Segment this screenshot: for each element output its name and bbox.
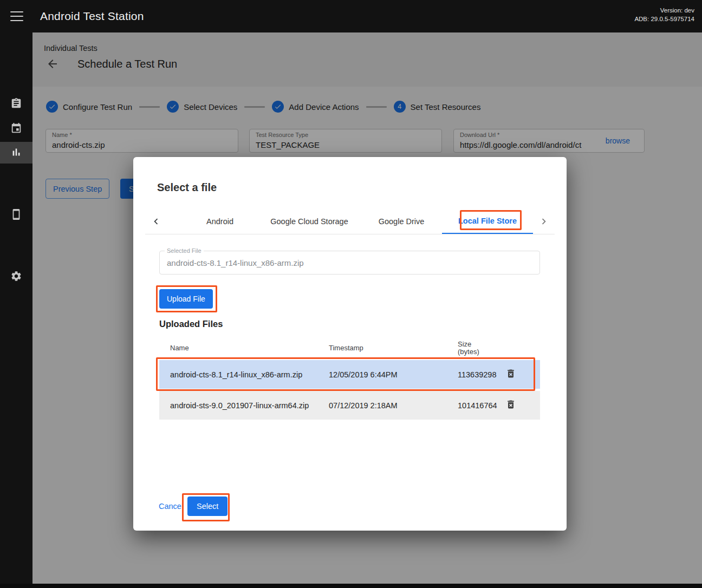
gear-icon [10, 270, 22, 284]
tab-local-file-store[interactable]: Local File Store [442, 208, 533, 234]
tab-google-drive[interactable]: Google Drive [361, 208, 442, 234]
bottom-strip [0, 584, 702, 588]
tabs-scroll-right-icon[interactable] [533, 208, 555, 234]
trash-icon [505, 373, 516, 381]
adb-line: ADB: 29.0.5-5975714 [634, 15, 694, 23]
screen: Android Test Station Version: dev ADB: 2… [0, 0, 702, 588]
smartphone-icon [10, 208, 22, 222]
dialog-title: Select a file [157, 181, 217, 194]
uploaded-files-table: Name Timestamp Size (bytes) android-cts-… [159, 336, 540, 420]
version-line: Version: dev [634, 6, 694, 15]
column-header-size: Size (bytes) [458, 341, 504, 356]
bar-chart-icon [10, 146, 22, 160]
sidebar-item-settings[interactable] [0, 266, 32, 288]
selected-file-label: Selected File [165, 247, 204, 254]
timestamp-cell: 07/12/2019 2:18AM [329, 401, 458, 410]
table-row[interactable]: android-sts-9.0_201907-linux-arm64.zip 0… [159, 391, 540, 420]
select-button[interactable]: Select [187, 496, 227, 516]
app-title: Android Test Station [40, 10, 144, 23]
topbar: Android Test Station Version: dev ADB: 2… [0, 0, 702, 32]
select-file-dialog: Select a file Android Google Cloud Stora… [133, 157, 567, 531]
trash-icon [505, 403, 516, 411]
tabs-strip: Android Google Cloud Storage Google Driv… [182, 208, 533, 234]
sidebar [0, 32, 32, 588]
menu-icon[interactable] [10, 11, 23, 21]
tab-android[interactable]: Android [182, 208, 258, 234]
file-source-tabs: Android Google Cloud Storage Google Driv… [145, 208, 555, 234]
column-header-timestamp: Timestamp [329, 344, 458, 352]
sidebar-item-test-results[interactable] [0, 142, 32, 164]
table-row[interactable]: android-cts-8.1_r14-linux_x86-arm.zip 12… [159, 360, 540, 389]
delete-file-button[interactable] [504, 368, 517, 381]
size-cell: 113639298 [458, 370, 504, 379]
file-name-cell: android-cts-8.1_r14-linux_x86-arm.zip [159, 370, 329, 379]
sidebar-item-devices[interactable] [0, 204, 32, 226]
table-header-row: Name Timestamp Size (bytes) [159, 336, 540, 360]
sidebar-item-test-plans[interactable] [0, 93, 32, 115]
selected-file-value: android-cts-8.1_r14-linux_x86-arm.zip [167, 258, 304, 267]
size-cell: 101416764 [458, 401, 504, 410]
uploaded-files-title: Uploaded Files [159, 319, 223, 329]
test-plans-icon [10, 97, 22, 111]
delete-file-button[interactable] [504, 399, 517, 412]
timestamp-cell: 12/05/2019 6:44PM [329, 370, 458, 379]
file-name-cell: android-sts-9.0_201907-linux-arm64.zip [159, 401, 329, 410]
calendar-icon [10, 122, 22, 136]
tabs-scroll-left-icon[interactable] [145, 208, 167, 234]
column-header-name: Name [159, 344, 329, 352]
cancel-button[interactable]: Cancel [155, 496, 186, 516]
upload-file-button[interactable]: Upload File [159, 289, 213, 309]
tab-google-cloud-storage[interactable]: Google Cloud Storage [258, 208, 361, 234]
version-info: Version: dev ADB: 29.0.5-5975714 [634, 6, 694, 23]
selected-file-field[interactable]: Selected File android-cts-8.1_r14-linux_… [159, 251, 540, 275]
sidebar-item-schedule[interactable] [0, 118, 32, 140]
